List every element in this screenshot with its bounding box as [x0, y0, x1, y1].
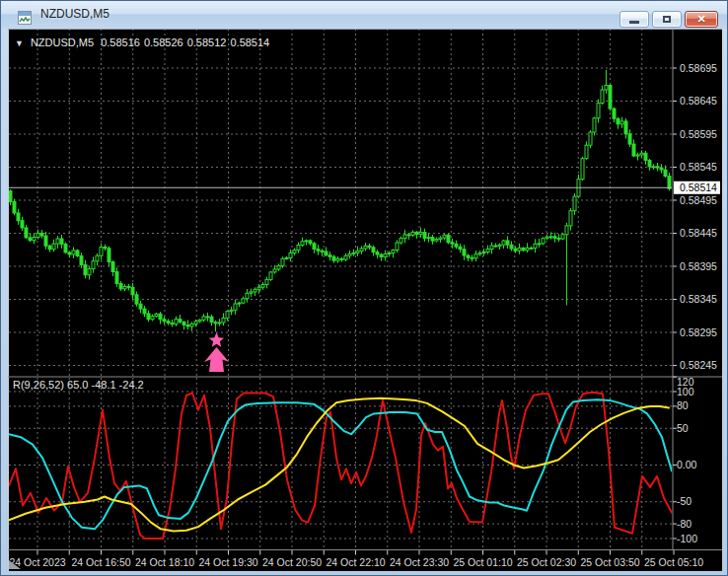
- candle: [250, 289, 253, 298]
- candle: [482, 249, 485, 256]
- candle: [246, 289, 249, 303]
- candle: [376, 250, 379, 258]
- candle: [48, 245, 51, 252]
- candle: [506, 236, 509, 249]
- svg-text:0.58545: 0.58545: [680, 161, 717, 173]
- candle: [431, 235, 434, 245]
- candle: [242, 297, 245, 305]
- candle: [471, 254, 473, 261]
- svg-text:80: 80: [677, 399, 689, 411]
- window-controls: ✕: [619, 11, 718, 28]
- candle: [652, 164, 655, 170]
- candle: [660, 164, 663, 173]
- candle: [167, 319, 170, 324]
- title-bar: NZDUSD,M5 ✕: [1, 1, 727, 29]
- candle: [313, 242, 316, 253]
- candle: [119, 281, 122, 291]
- candle: [490, 243, 493, 254]
- close-button[interactable]: ✕: [685, 11, 718, 28]
- candle: [222, 314, 225, 325]
- svg-text:0.58645: 0.58645: [680, 95, 717, 107]
- candle: [447, 234, 450, 245]
- candle: [76, 250, 79, 257]
- candle: [171, 320, 174, 326]
- candle: [155, 313, 158, 318]
- chart-client-area[interactable]: 0.586950.586450.585950.585450.584950.584…: [8, 29, 722, 571]
- candle: [605, 70, 608, 94]
- candle: [88, 266, 91, 280]
- candle: [72, 247, 75, 257]
- candle: [328, 252, 331, 260]
- candle: [226, 311, 229, 322]
- svg-text:0.58245: 0.58245: [680, 359, 717, 371]
- candle: [439, 236, 442, 243]
- candle: [427, 234, 430, 243]
- window-title: NZDUSD,M5: [40, 7, 109, 21]
- candle: [340, 257, 343, 262]
- candle: [309, 240, 312, 246]
- chart-icon: [18, 11, 32, 25]
- price-axis[interactable]: 0.586950.586450.585950.585450.584950.584…: [673, 62, 720, 372]
- indicator-axis[interactable]: 12010080500.00-50-80-100: [673, 376, 697, 544]
- candle: [186, 320, 189, 329]
- candle: [565, 223, 568, 306]
- candle: [179, 315, 182, 324]
- candle: [656, 163, 659, 171]
- candle: [25, 225, 28, 239]
- candle: [364, 243, 367, 251]
- candle: [510, 241, 513, 251]
- candle: [546, 235, 548, 241]
- candle: [636, 153, 639, 161]
- svg-text:0.58345: 0.58345: [680, 293, 717, 305]
- close-icon: ✕: [696, 14, 705, 25]
- candle: [40, 230, 43, 239]
- candle: [52, 240, 55, 252]
- candle: [285, 256, 288, 259]
- candle: [163, 317, 166, 324]
- svg-text:25 Oct 05:10: 25 Oct 05:10: [644, 556, 703, 568]
- svg-text:0.58595: 0.58595: [680, 128, 717, 140]
- restore-button[interactable]: [652, 11, 682, 28]
- candle: [234, 300, 237, 315]
- candle: [632, 139, 635, 157]
- candle: [143, 306, 146, 317]
- svg-text:24 Oct 22:10: 24 Oct 22:10: [326, 556, 385, 568]
- candle: [44, 232, 47, 250]
- time-axis[interactable]: 24 Oct 202324 Oct 16:5024 Oct 18:1024 Oc…: [9, 550, 703, 569]
- minimize-button[interactable]: [619, 11, 649, 28]
- candle: [400, 237, 402, 245]
- candles-layer: [9, 70, 671, 331]
- candle: [613, 108, 616, 122]
- candle: [360, 246, 363, 253]
- svg-text:0.58514: 0.58514: [680, 181, 717, 193]
- svg-text:24 Oct 19:30: 24 Oct 19:30: [198, 556, 257, 568]
- candle: [467, 254, 470, 261]
- candle: [123, 284, 126, 291]
- chart-canvas[interactable]: 0.586950.586450.585950.585450.584950.584…: [8, 29, 722, 571]
- low-value: 0.58512: [187, 36, 227, 48]
- candle: [336, 256, 339, 263]
- candle: [443, 234, 446, 240]
- candle: [474, 251, 477, 261]
- symbol-period-label: NZDUSD,M5: [31, 36, 94, 48]
- candle: [348, 251, 351, 259]
- candle: [269, 271, 272, 281]
- candle: [538, 239, 541, 248]
- collapse-panel-icon[interactable]: ▼: [15, 38, 24, 48]
- candle: [254, 287, 256, 296]
- candle: [569, 208, 572, 231]
- candle: [115, 267, 118, 287]
- svg-text:25 Oct 01:10: 25 Oct 01:10: [453, 556, 512, 568]
- candle: [84, 260, 87, 279]
- svg-text:24 Oct 20:50: 24 Oct 20:50: [262, 556, 322, 568]
- candle: [498, 244, 501, 251]
- close-value: 0.58514: [230, 36, 269, 48]
- candle: [265, 277, 268, 289]
- candle: [380, 253, 383, 261]
- candle: [388, 252, 391, 257]
- svg-text:24 Oct 2023: 24 Oct 2023: [9, 556, 65, 568]
- candle: [9, 189, 12, 205]
- candle: [127, 284, 130, 291]
- svg-text:0.58695: 0.58695: [680, 62, 717, 74]
- candle: [100, 244, 103, 260]
